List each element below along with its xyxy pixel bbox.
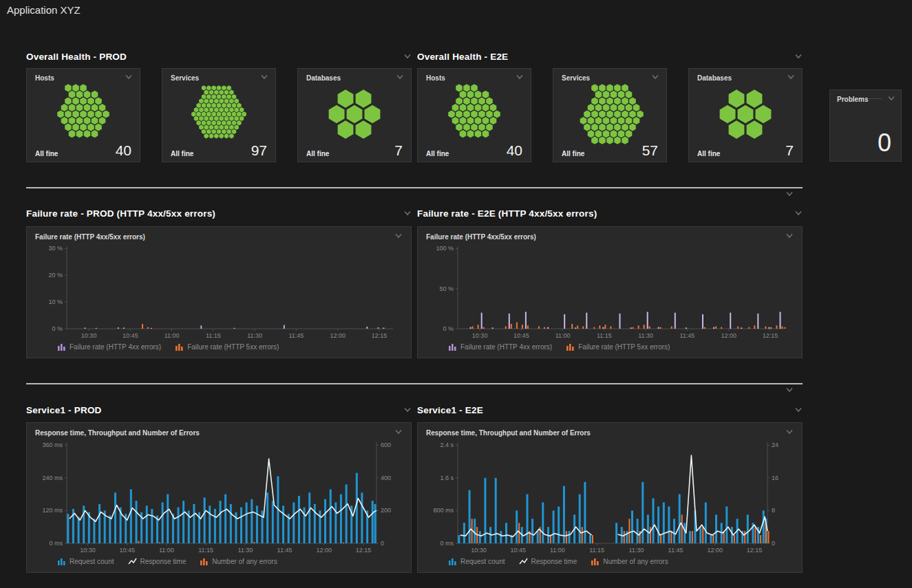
svg-text:11:00: 11:00	[165, 332, 180, 339]
tile-title: Databases	[697, 74, 732, 82]
health-tile-services-e2e[interactable]: Services All fine 57	[553, 68, 667, 162]
health-tile-services-prod[interactable]: Services All fine 97	[162, 68, 276, 162]
svg-text:11:45: 11:45	[277, 547, 293, 554]
problems-count: 0	[878, 131, 891, 155]
svg-text:0: 0	[772, 540, 775, 547]
chevron-down-icon[interactable]	[516, 74, 524, 80]
chevron-down-icon[interactable]	[794, 407, 803, 413]
svg-text:10:45: 10:45	[510, 547, 526, 554]
service1-prod-tile[interactable]: Response time, Throughput and Number of …	[26, 422, 412, 573]
legend-label: Failure rate (HTTP 4xx errors)	[70, 343, 161, 351]
failure-rate-prod-tile[interactable]: Failure rate (HTTP 4xx/5xx errors) 0 %10…	[26, 226, 412, 358]
failure-rate-prod-chart[interactable]: 0 %10 %20 %30 %10:3010:4511:0011:1511:30…	[35, 242, 403, 340]
chevron-down-icon[interactable]	[785, 387, 794, 393]
entity-count: 57	[642, 143, 658, 157]
svg-text:11:00: 11:00	[159, 547, 174, 554]
svg-text:800 ms: 800 ms	[433, 507, 454, 514]
health-tile-databases-e2e[interactable]: Databases All fine 7	[688, 68, 803, 162]
chevron-down-icon[interactable]	[651, 74, 659, 80]
chart-legend: Failure rate (HTTP 4xx errors)Failure ra…	[35, 340, 403, 353]
svg-text:0: 0	[381, 540, 384, 547]
svg-text:1.6 s: 1.6 s	[440, 475, 454, 481]
svg-text:200: 200	[381, 507, 391, 514]
legend-label: Failure rate (HTTP 5xx errors)	[187, 343, 279, 351]
entity-count: 40	[116, 143, 131, 157]
service1-e2e-tile[interactable]: Response time, Throughput and Number of …	[417, 422, 803, 573]
svg-text:30 %: 30 %	[48, 245, 63, 252]
svg-text:10:30: 10:30	[81, 332, 97, 339]
status-label: All fine	[562, 150, 584, 157]
svg-text:24: 24	[772, 442, 778, 448]
problems-tile[interactable]: Problems 0	[829, 89, 902, 162]
svg-text:360 ms: 360 ms	[42, 442, 63, 448]
legend-item[interactable]: Request count	[448, 558, 505, 565]
svg-text:12:15: 12:15	[356, 547, 372, 554]
chevron-down-icon[interactable]	[125, 74, 133, 80]
legend-item[interactable]: Failure rate (HTTP 5xx errors)	[566, 343, 670, 351]
chevron-down-icon[interactable]	[787, 74, 795, 80]
health-tile-hosts-e2e[interactable]: Hosts All fine 40	[417, 68, 531, 162]
bar-series-icon	[448, 343, 457, 351]
legend-item[interactable]: Number of any errors	[591, 558, 668, 565]
service1-e2e-chart[interactable]: 0 ms800 ms1.6 s2.4 s08162410:3010:4511:0…	[426, 438, 794, 554]
legend-label: Number of any errors	[212, 558, 277, 565]
legend-item[interactable]: Failure rate (HTTP 5xx errors)	[175, 343, 279, 351]
chevron-down-icon[interactable]	[394, 233, 403, 239]
svg-text:11:30: 11:30	[628, 547, 644, 554]
svg-text:8: 8	[772, 507, 775, 514]
legend-item[interactable]: Number of any errors	[200, 558, 277, 565]
section-divider	[26, 187, 803, 188]
legend-item[interactable]: Response time	[128, 558, 187, 565]
svg-text:10:30: 10:30	[471, 547, 487, 554]
chart-legend: Failure rate (HTTP 4xx errors)Failure ra…	[426, 340, 794, 353]
svg-text:11:15: 11:15	[589, 547, 604, 554]
bar-series-icon	[175, 343, 184, 351]
legend-item[interactable]: Failure rate (HTTP 4xx errors)	[448, 343, 552, 351]
chevron-down-icon[interactable]	[887, 96, 895, 101]
legend-item[interactable]: Response time	[519, 558, 577, 565]
health-tile-databases-prod[interactable]: Databases All fine 7	[297, 68, 412, 162]
hex-cluster	[418, 85, 531, 142]
chevron-down-icon[interactable]	[394, 429, 403, 435]
tile-title: Hosts	[35, 74, 54, 82]
legend-item[interactable]: Failure rate (HTTP 4xx errors)	[57, 343, 161, 351]
chevron-down-icon[interactable]	[794, 210, 803, 216]
tile-title: Hosts	[426, 74, 445, 82]
tile-title: Services	[562, 74, 590, 82]
chevron-down-icon[interactable]	[785, 429, 794, 435]
svg-text:12:00: 12:00	[707, 547, 723, 554]
hex-cluster	[553, 85, 666, 142]
chevron-down-icon[interactable]	[785, 191, 794, 197]
section-header-overall-health-e2e: Overall Health - E2E	[417, 50, 803, 63]
svg-text:11:30: 11:30	[237, 547, 253, 554]
svg-text:0 ms: 0 ms	[440, 540, 454, 547]
legend-item[interactable]: Request count	[57, 558, 114, 565]
bar-series-icon	[566, 343, 575, 351]
chevron-down-icon[interactable]	[403, 54, 412, 59]
svg-text:11:15: 11:15	[206, 332, 221, 339]
tile-title: Services	[171, 74, 199, 82]
chevron-down-icon[interactable]	[260, 74, 268, 80]
chevron-down-icon[interactable]	[403, 210, 412, 216]
service1-prod-chart[interactable]: 0 ms120 ms240 ms360 ms020040060010:3010:…	[35, 438, 403, 554]
legend-label: Response time	[140, 558, 187, 565]
chevron-down-icon[interactable]	[794, 54, 803, 59]
svg-text:11:45: 11:45	[679, 332, 694, 339]
bar-series-icon	[57, 343, 66, 351]
legend-label: Failure rate (HTTP 4xx errors)	[460, 343, 552, 351]
failure-rate-e2e-chart[interactable]: 0 %50 %100 %10:3010:4511:0011:1511:3011:…	[426, 242, 794, 340]
section-header-failure-rate-e2e: Failure rate - E2E (HTTP 4xx/5xx errors)	[417, 206, 803, 220]
svg-text:120 ms: 120 ms	[42, 507, 63, 514]
svg-text:10:45: 10:45	[513, 332, 529, 339]
svg-text:11:45: 11:45	[668, 547, 683, 554]
failure-rate-e2e-tile[interactable]: Failure rate (HTTP 4xx/5xx errors) 0 %50…	[417, 226, 803, 358]
chevron-down-icon[interactable]	[396, 74, 404, 80]
chart-title: Failure rate (HTTP 4xx/5xx errors)	[35, 233, 145, 241]
health-tile-hosts-prod[interactable]: Hosts All fine 40	[26, 68, 140, 162]
svg-text:11:30: 11:30	[247, 332, 262, 339]
svg-text:11:15: 11:15	[198, 547, 213, 554]
dashboard: Application XYZ Overall Health - PROD Ov…	[0, 0, 912, 588]
chevron-down-icon[interactable]	[785, 233, 794, 239]
chevron-down-icon[interactable]	[403, 407, 412, 413]
section-header-failure-rate-prod: Failure rate - PROD (HTTP 4xx/5xx errors…	[26, 206, 412, 220]
